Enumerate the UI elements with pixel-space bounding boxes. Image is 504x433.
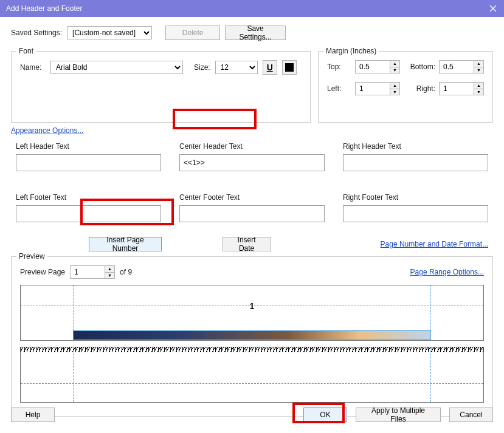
margin-top-spinner[interactable]: ▲▼ [390, 61, 399, 73]
margin-bottom-spinner[interactable]: ▲▼ [474, 61, 483, 73]
color-swatch [285, 63, 294, 72]
margin-bottom-label: Bottom: [405, 63, 435, 71]
margin-top-label: Top: [327, 63, 351, 71]
margin-left-spinner[interactable]: ▲▼ [390, 83, 399, 95]
insert-date-button[interactable]: Insert Date [223, 237, 271, 251]
center-footer-label: Center Footer Text [179, 193, 325, 202]
font-size-label: Size: [194, 63, 210, 72]
insert-page-number-button[interactable]: Insert Page Number [89, 237, 162, 251]
preview-group: Preview Preview Page ▲▼ of 9 Page Range … [11, 256, 493, 417]
font-group: Font Name: Arial Bold Size: 12 U [11, 51, 311, 123]
preview-page-spinner[interactable]: ▲▼ [105, 266, 114, 278]
apply-multiple-button[interactable]: Apply to Multiple Files [356, 407, 441, 422]
preview-content-image [73, 330, 431, 340]
font-name-select[interactable]: Arial Bold [50, 61, 183, 74]
margin-group: Margin (Inches) Top: ▲▼ Bottom: ▲▼ Left:… [318, 51, 493, 123]
preview-footer-pane [20, 347, 484, 403]
underline-button[interactable]: U [263, 60, 277, 75]
close-icon[interactable] [487, 2, 499, 15]
torn-edge-icon [21, 347, 483, 352]
ok-button[interactable]: OK [303, 407, 347, 422]
delete-button: Delete [165, 26, 220, 40]
appearance-options-link[interactable]: Appearance Options... [11, 126, 83, 135]
saved-settings-label: Saved Settings: [11, 29, 62, 37]
font-name-label: Name: [20, 63, 46, 72]
preview-of-label: of 9 [120, 268, 132, 276]
left-footer-label: Left Footer Text [16, 193, 161, 202]
left-header-label: Left Header Text [16, 142, 161, 151]
cancel-button[interactable]: Cancel [449, 407, 493, 422]
center-header-label: Center Header Text [179, 142, 325, 151]
right-header-input[interactable] [343, 154, 488, 171]
preview-legend: Preview [16, 252, 47, 261]
page-number-date-format-link[interactable]: Page Number and Date Format... [381, 240, 488, 248]
preview-page-number: 1 [21, 301, 483, 311]
margin-right-spinner[interactable]: ▲▼ [474, 83, 483, 95]
right-footer-input[interactable] [343, 205, 488, 222]
help-button[interactable]: Help [11, 407, 55, 422]
titlebar: Add Header and Footer [0, 0, 504, 17]
right-footer-label: Right Footer Text [343, 193, 488, 202]
saved-settings-select[interactable]: [Custom-not saved] [67, 26, 152, 39]
margin-right-label: Right: [405, 84, 435, 93]
font-legend: Font [16, 47, 36, 55]
left-footer-input[interactable] [16, 205, 161, 222]
left-header-input[interactable] [16, 154, 161, 171]
right-header-label: Right Header Text [343, 142, 488, 151]
dialog-title: Add Header and Footer [6, 4, 82, 13]
save-settings-button[interactable]: Save Settings... [225, 26, 286, 40]
preview-header-pane: 1 [20, 285, 484, 341]
page-range-options-link[interactable]: Page Range Options... [410, 268, 484, 276]
font-size-select[interactable]: 12 [215, 61, 258, 74]
margin-left-label: Left: [327, 84, 351, 93]
font-color-button[interactable] [282, 60, 297, 75]
margin-legend: Margin (Inches) [323, 47, 379, 55]
center-footer-input[interactable] [179, 205, 325, 222]
preview-page-label: Preview Page [20, 268, 65, 276]
center-header-input[interactable] [179, 154, 325, 171]
